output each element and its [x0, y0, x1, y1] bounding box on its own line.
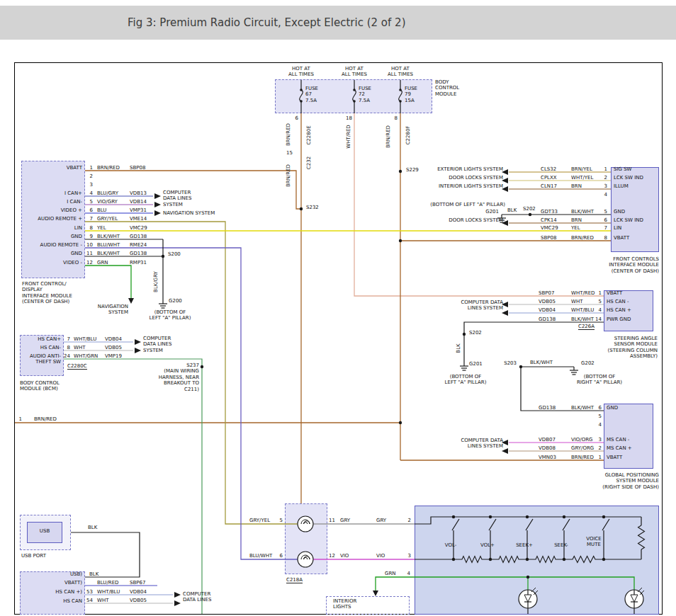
- splice-s229: S229: [406, 167, 419, 173]
- gps-w6-color: BLK/WHT: [571, 405, 594, 411]
- conn-c2280f: C2280F: [405, 126, 411, 145]
- fcim-illum: ILLUM: [614, 183, 629, 189]
- fcdim-w7-code: VME14: [130, 216, 147, 222]
- splice-s237: S237 (MAIN WIRING HARNESS, NEAR BREAKOUT…: [159, 363, 199, 392]
- cdl-left-3: COMPUTER DATA LINES: [183, 591, 211, 603]
- gps-w1-color: BRN/RED: [571, 455, 594, 460]
- fcdim-pin-7: 7: [90, 216, 93, 222]
- steer-hscan-minus: HS CAN -: [607, 299, 629, 304]
- fcim-w5-color: BLK/WHT: [571, 209, 594, 215]
- ground-g201-label: G201: [469, 361, 483, 367]
- conn-c232: C232: [306, 156, 312, 169]
- pin15: 15: [286, 150, 293, 156]
- fcdim-pin-3: 3: [90, 182, 93, 188]
- wire-blk-ref: BLK: [507, 207, 517, 213]
- wire-brnred-rot-2: BRN/RED: [286, 164, 291, 187]
- fcdim-ican-minus: I CAN-: [67, 199, 82, 205]
- steer-w5-color: WHT: [571, 299, 582, 304]
- fcim-w5-code: GDT33: [541, 209, 558, 215]
- g201-location: (BOTTOM OF LEFT "A" PILLAR): [445, 374, 487, 386]
- fcim-pin-5: 5: [604, 209, 607, 215]
- ground-g202-label: G202: [581, 360, 595, 366]
- radio-w53-color: WHT/BLU: [97, 589, 120, 595]
- fcim-w2-code: CPLXX: [541, 175, 557, 181]
- switch-pin-4: 4: [407, 571, 410, 576]
- bcm-name: BODY CONTROL MODULE (BCM): [20, 380, 60, 392]
- gps-mscan-minus: MS CAN -: [607, 437, 629, 443]
- cdl-right-1: COMPUTER DATA LINES SYSTEM: [461, 300, 503, 312]
- gps-pin-2: 2: [599, 445, 602, 451]
- fcdim-w9-code: GD138: [130, 234, 147, 239]
- fcdim-w5-code: VDB14: [130, 199, 147, 205]
- pin8-top: 8: [395, 115, 398, 121]
- fcim-lin: LIN: [614, 225, 621, 231]
- gps-w6-code: GD138: [539, 405, 556, 411]
- fcim-w7-color: YEL: [571, 225, 580, 231]
- edge-pin-1: 1: [19, 416, 22, 422]
- c218-pin-6: 6: [280, 553, 283, 559]
- bcm-top-label: BODY CONTROL MODULE: [435, 79, 459, 97]
- bcm-pin-8: 8: [67, 345, 70, 350]
- splice-s200: S200: [168, 251, 181, 257]
- fcdim-pin-10: 10: [86, 242, 93, 248]
- fcdim-vbatt: VBATT: [67, 165, 82, 171]
- radio-wv-color: BLU/RED: [97, 580, 119, 586]
- gps-w3-code: VDB07: [539, 437, 556, 443]
- fcdim-lin: LIN: [74, 225, 82, 231]
- bcm-hscan-plus: HS CAN+: [38, 336, 61, 342]
- fcdim-w9-color: BLK/WHT: [97, 234, 120, 239]
- fcdim-pin-1: 1: [90, 165, 93, 171]
- gps-vbatt: VBATT: [607, 455, 622, 460]
- fcim-lck-sw-ind-2: LCK SW IND: [614, 217, 643, 223]
- wire-blk-rot: BLK: [456, 343, 461, 353]
- fcim-w3-code: CLN17: [541, 183, 557, 189]
- g202-location: (BOTTOM OF RIGHT "A" PILLAR): [577, 374, 622, 386]
- steer-hscan-plus: HS CAN +: [607, 307, 631, 313]
- gps-pin-6: 6: [599, 405, 602, 411]
- c218-pin-12: 12: [329, 553, 335, 559]
- gps-pin-5: 5: [599, 413, 602, 419]
- gps-w2-code: VDB08: [539, 445, 556, 451]
- wire-whtred-rot: WHT/RED: [346, 125, 351, 149]
- bcm-pin-24: 24: [64, 353, 70, 359]
- fcim-gnd: GND: [614, 209, 625, 215]
- steer-w4-color: WHT/BLU: [571, 307, 594, 313]
- cdl-right-2: COMPUTER DATA LINES SYSTEM: [461, 438, 503, 450]
- splice-s232: S232: [306, 205, 319, 210]
- conn-c218a: C218A: [286, 577, 303, 583]
- edge-wire-color: BRN/RED: [34, 416, 57, 422]
- steer-w1-code: SBP07: [539, 290, 554, 296]
- conn-c2280c: C2280C: [67, 363, 87, 370]
- fcdim-pin-4: 4: [90, 190, 93, 196]
- steer-name: STEERING ANGLE SENSOR MODULE (STEERING C…: [608, 336, 658, 360]
- fcdim-pin-11: 11: [86, 251, 93, 256]
- fcdim-w1-color: BRN/RED: [97, 165, 120, 171]
- interior-lights-label: INTERIOR LIGHTS: [333, 598, 356, 610]
- usb-label: USB: [40, 528, 50, 534]
- schematic-page: Fig 3: Premium Radio Circuit, Except Ele…: [0, 0, 676, 616]
- fcdim-audio-plus: AUDIO REMOTE +: [38, 216, 82, 222]
- radio-pin-53: 53: [86, 589, 93, 595]
- switch-seek-minus: SEEK-: [554, 542, 568, 548]
- fcdim-w1-code: SBP08: [130, 165, 145, 171]
- wire-vio-label-2: VIO: [376, 553, 385, 559]
- hot-at-3: HOT AT ALL TIMES: [388, 66, 413, 78]
- fcim-pin-4: 4: [604, 192, 607, 198]
- steer-vbatt: VBATT: [607, 290, 622, 296]
- fcim-name: FRONT CONTROLS INTERFACE MODULE (CENTER …: [609, 256, 659, 274]
- splice-s202-label: S202: [469, 330, 482, 336]
- ground-g201-ref: G201: [485, 209, 499, 215]
- switch-voice-mute: VOICE MUTE: [586, 536, 602, 548]
- fcdim-w11-color: BLK/WHT: [97, 251, 120, 256]
- steer-pin-4: 4: [599, 307, 602, 313]
- pin18-top: 18: [346, 115, 352, 121]
- fcim-w3-color: BRN: [571, 183, 582, 189]
- fcdim-pin-2: 2: [90, 173, 93, 179]
- nav-system-1: NAVIGATION SYSTEM: [163, 210, 215, 216]
- fcim-w8-color: BRN/RED: [571, 235, 594, 241]
- door-locks-system-1: DOOR LOCKS SYSTEM: [449, 175, 503, 181]
- fcim-w8-code: SBP08: [541, 235, 556, 241]
- steer-w1-color: WHT/RED: [571, 290, 595, 296]
- hot-at-1: HOT AT ALL TIMES: [288, 66, 314, 78]
- fcdim-video-minus: VIDEO -: [63, 260, 82, 266]
